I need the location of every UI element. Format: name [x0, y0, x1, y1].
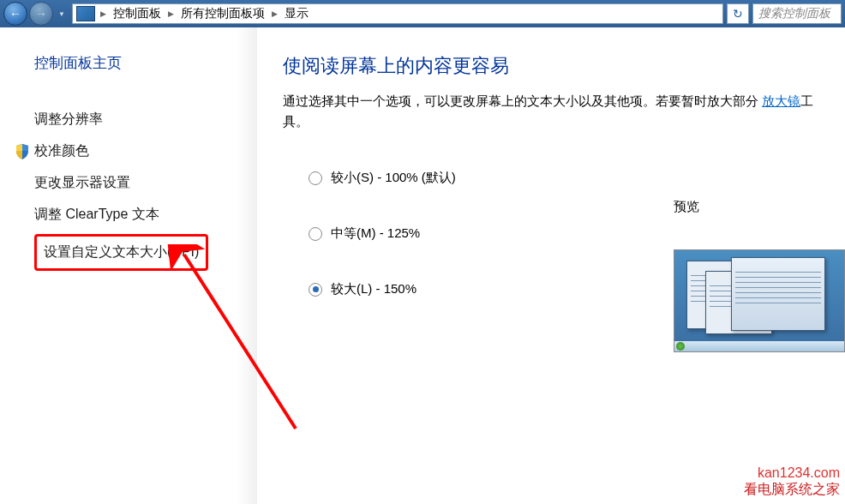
- sidebar-title[interactable]: 控制面板主页: [34, 53, 240, 73]
- page-description: 通过选择其中一个选项，可以更改屏幕上的文本大小以及其他项。若要暂时放大部分 放大…: [283, 91, 831, 132]
- radio-label: 较小(S) - 100% (默认): [331, 170, 456, 186]
- preview-image: [674, 249, 845, 352]
- breadcrumb-sep-icon[interactable]: ▶: [99, 9, 108, 18]
- annotation-highlight-box: 设置自定义文本大小(DPI): [34, 234, 208, 271]
- shield-icon: [15, 144, 29, 159]
- radio-icon: [309, 283, 322, 297]
- arrow-left-icon: ←: [9, 7, 21, 21]
- arrow-right-icon: →: [35, 7, 47, 21]
- sidebar-link-dpi[interactable]: 设置自定义文本大小(DPI): [44, 240, 199, 265]
- address-bar-container: ← → ▼ ▶ 控制面板 ▶ 所有控制面板项 ▶ 显示 ↻ 搜索控制面板: [0, 0, 845, 27]
- breadcrumb-item[interactable]: 显示: [279, 4, 314, 23]
- breadcrumb-sep-icon[interactable]: ▶: [166, 9, 176, 18]
- page-title: 使阅读屏幕上的内容更容易: [283, 53, 845, 79]
- sidebar-link-display-settings[interactable]: 更改显示器设置: [34, 167, 240, 199]
- content-area: 控制面板主页 调整分辨率 校准颜色 更改显示器设置 调整 ClearType 文…: [0, 27, 845, 504]
- main-panel: 使阅读屏幕上的内容更容易 通过选择其中一个选项，可以更改屏幕上的文本大小以及其他…: [257, 27, 845, 504]
- nav-forward-button[interactable]: →: [29, 2, 53, 26]
- sidebar: 控制面板主页 调整分辨率 校准颜色 更改显示器设置 调整 ClearType 文…: [0, 27, 257, 504]
- sidebar-link-calibrate[interactable]: 校准颜色: [34, 135, 240, 167]
- magnifier-link[interactable]: 放大镜: [762, 93, 800, 108]
- refresh-button[interactable]: ↻: [727, 3, 749, 24]
- breadcrumb-sep-icon[interactable]: ▶: [270, 9, 279, 18]
- radio-label: 较大(L) - 150%: [331, 281, 417, 297]
- desc-text: 通过选择其中一个选项，可以更改屏幕上的文本大小以及其他项。若要暂时放大部分: [283, 93, 758, 108]
- radio-label: 中等(M) - 125%: [331, 225, 420, 242]
- address-bar[interactable]: ▶ 控制面板 ▶ 所有控制面板项 ▶ 显示: [72, 3, 723, 24]
- breadcrumb-item[interactable]: 所有控制面板项: [176, 4, 270, 23]
- preview-label: 预览: [674, 199, 845, 215]
- nav-back-button[interactable]: ←: [3, 2, 27, 26]
- control-panel-icon: [76, 6, 95, 21]
- search-input[interactable]: 搜索控制面板: [752, 3, 842, 24]
- refresh-icon: ↻: [733, 7, 743, 21]
- sidebar-link-cleartype[interactable]: 调整 ClearType 文本: [34, 199, 240, 231]
- radio-icon: [309, 227, 322, 241]
- watermark-text: 看电脑系统之家: [744, 481, 840, 499]
- watermark: kan1234.com 看电脑系统之家: [744, 465, 840, 499]
- radio-icon: [309, 171, 322, 185]
- radio-option-small[interactable]: 较小(S) - 100% (默认): [309, 170, 845, 186]
- sidebar-link-resolution[interactable]: 调整分辨率: [34, 104, 240, 135]
- breadcrumb-item[interactable]: 控制面板: [108, 4, 166, 23]
- sidebar-link-label: 校准颜色: [34, 142, 89, 160]
- watermark-url: kan1234.com: [744, 465, 840, 481]
- history-dropdown-icon[interactable]: ▼: [58, 10, 65, 18]
- preview-section: 预览: [674, 199, 845, 352]
